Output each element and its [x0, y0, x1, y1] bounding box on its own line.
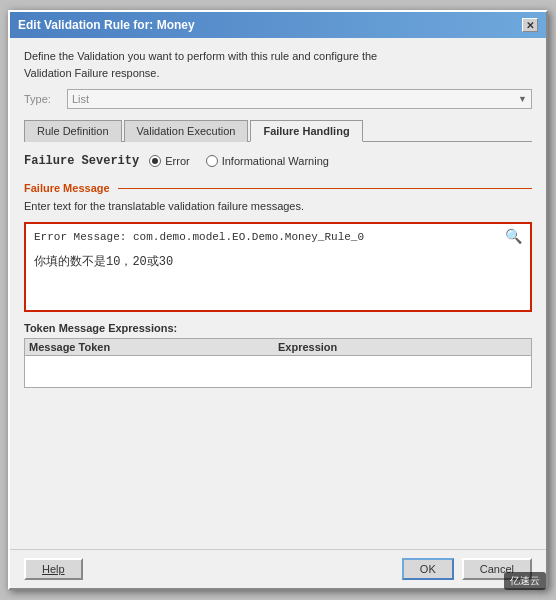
error-message-content[interactable]: 你填的数不是10，20或30: [26, 249, 530, 310]
token-col-expression: Expression: [278, 341, 527, 353]
token-table-header: Message Token Expression: [25, 339, 531, 356]
token-table: Message Token Expression: [24, 338, 532, 388]
tab-failure-handling[interactable]: Failure Handling: [250, 120, 362, 142]
radio-error[interactable]: Error: [149, 155, 189, 167]
watermark-label: 亿速云: [504, 572, 546, 590]
failure-handling-content: Failure Severity Error Informational War…: [24, 154, 532, 539]
severity-row: Failure Severity Error Informational War…: [24, 154, 532, 168]
failure-message-desc: Enter text for the translatable validati…: [24, 200, 532, 212]
bottom-bar: Help OK Cancel: [10, 549, 546, 588]
ok-button[interactable]: OK: [402, 558, 454, 580]
radio-informational-label: Informational Warning: [222, 155, 329, 167]
title-bar: Edit Validation Rule for: Money ✕: [10, 12, 546, 38]
radio-informational-circle: [206, 155, 218, 167]
section-divider: [118, 188, 532, 189]
error-message-label: Error Message: com.demo.model.EO.Demo.Mo…: [34, 231, 364, 243]
severity-label: Failure Severity: [24, 154, 139, 168]
type-row: Type: List ▼: [24, 89, 532, 109]
failure-message-title: Failure Message: [24, 182, 110, 194]
type-value: List: [72, 93, 89, 105]
error-message-box: Error Message: com.demo.model.EO.Demo.Mo…: [24, 222, 532, 312]
close-button[interactable]: ✕: [522, 18, 538, 32]
help-button[interactable]: Help: [24, 558, 83, 580]
description-text: Define the Validation you want to perfor…: [24, 48, 532, 81]
token-col-message: Message Token: [29, 341, 278, 353]
tab-rule-definition[interactable]: Rule Definition: [24, 120, 122, 142]
radio-error-circle: [149, 155, 161, 167]
type-dropdown[interactable]: List ▼: [67, 89, 532, 109]
radio-informational[interactable]: Informational Warning: [206, 155, 329, 167]
dialog-body: Define the Validation you want to perfor…: [10, 38, 546, 549]
message-box-header: Error Message: com.demo.model.EO.Demo.Mo…: [26, 224, 530, 249]
dialog-title: Edit Validation Rule for: Money: [18, 18, 195, 32]
radio-error-label: Error: [165, 155, 189, 167]
severity-radio-group: Error Informational Warning: [149, 155, 329, 167]
main-dialog: Edit Validation Rule for: Money ✕ Define…: [8, 10, 548, 590]
failure-message-section-header: Failure Message: [24, 182, 532, 194]
tabs-container: Rule Definition Validation Execution Fai…: [24, 119, 532, 142]
dropdown-arrow-icon: ▼: [518, 94, 527, 104]
token-section: Token Message Expressions: Message Token…: [24, 322, 532, 388]
type-label: Type:: [24, 93, 59, 105]
search-icon[interactable]: 🔍: [505, 228, 522, 245]
tab-validation-execution[interactable]: Validation Execution: [124, 120, 249, 142]
token-label: Token Message Expressions:: [24, 322, 532, 334]
